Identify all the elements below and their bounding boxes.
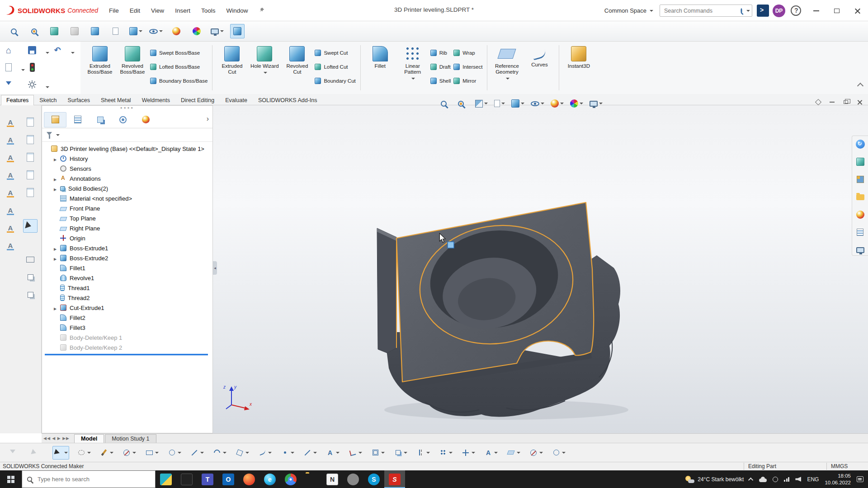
- swept-cut-button[interactable]: Swept Cut: [315, 48, 355, 58]
- expand-arrow-icon[interactable]: [54, 175, 60, 182]
- ribbon-tab[interactable]: SOLIDWORKS Add-Ins: [253, 95, 323, 105]
- expand-arrow-icon[interactable]: [54, 245, 60, 252]
- detail-view-icon[interactable]: [23, 186, 38, 199]
- paste-bodies-icon[interactable]: [23, 288, 38, 301]
- instant3d-active-icon[interactable]: [230, 24, 245, 38]
- taskbar-app-teams[interactable]: T: [197, 470, 218, 488]
- feature-tree-item[interactable]: Boss-Extrude1: [42, 243, 212, 253]
- taskbar-app-firefox[interactable]: [239, 470, 259, 488]
- polygon-tool-icon[interactable]: [234, 446, 250, 460]
- panel-expand-chevron[interactable]: ›: [207, 115, 209, 123]
- line-tool-icon[interactable]: [189, 446, 205, 460]
- custom-properties-icon[interactable]: [854, 227, 867, 238]
- convert-entities-icon[interactable]: [370, 446, 386, 460]
- save-icon[interactable]: [25, 43, 39, 57]
- volume-icon[interactable]: [795, 477, 801, 482]
- doc-restore-icon[interactable]: [844, 100, 848, 104]
- section-view-icon[interactable]: [475, 100, 488, 108]
- display-style-icon[interactable]: [531, 101, 544, 106]
- menu-item[interactable]: Insert: [170, 5, 195, 16]
- expand-arrow-icon[interactable]: [54, 155, 60, 162]
- weld-symbol-tool-icon[interactable]: A: [3, 221, 18, 235]
- move-entities-icon[interactable]: [460, 446, 476, 460]
- auxiliary-view-icon[interactable]: [23, 168, 38, 182]
- model-tab[interactable]: Model: [74, 434, 104, 443]
- text-tool-icon[interactable]: [325, 446, 340, 460]
- propertymanager-tab[interactable]: [66, 112, 89, 127]
- tab-scroll-arrows[interactable]: ◀◀ ◀ ▶ ▶▶: [43, 436, 70, 441]
- note-tool-icon[interactable]: A: [3, 115, 18, 129]
- lofted-cut-button[interactable]: Lofted Cut: [315, 62, 355, 72]
- wrap-button[interactable]: Wrap: [453, 48, 482, 58]
- taskbar-app-chrome[interactable]: [280, 470, 301, 488]
- start-button[interactable]: [0, 470, 22, 488]
- help-icon[interactable]: [791, 5, 801, 16]
- taskbar-app-notes[interactable]: N: [322, 470, 343, 488]
- draft-button[interactable]: Draft: [430, 62, 451, 72]
- intersect-button[interactable]: Intersect: [453, 62, 482, 72]
- tray-app-icon[interactable]: [773, 477, 778, 482]
- panel-splitter-handle[interactable]: ◂: [213, 261, 217, 275]
- balloon-tool-icon[interactable]: A: [3, 168, 18, 182]
- feature-tree-item[interactable]: Cut-Extrude1: [42, 303, 212, 313]
- ribbon-tab[interactable]: Surfaces: [62, 95, 95, 105]
- isometric-view-icon[interactable]: [88, 24, 102, 38]
- hidden-icons-chevron[interactable]: [748, 477, 753, 482]
- taskbar-app-edge[interactable]: e: [259, 470, 280, 488]
- menu-item[interactable]: File: [104, 5, 123, 16]
- feature-tree-item[interactable]: Thread1: [42, 283, 212, 293]
- reference-geometry-button[interactable]: Reference Geometry: [492, 44, 522, 80]
- command-search[interactable]: [660, 5, 752, 17]
- undo-icon[interactable]: ↶: [51, 43, 64, 57]
- edit-appearance-icon[interactable]: [570, 99, 583, 108]
- ribbon-tab[interactable]: Evaluate: [220, 95, 253, 105]
- menu-item[interactable]: Tools: [197, 5, 220, 16]
- offset-entities-icon[interactable]: [392, 446, 408, 460]
- solidworks-resources-icon[interactable]: [854, 139, 867, 150]
- feature-tree-item[interactable]: Fillet2: [42, 313, 212, 323]
- home-icon[interactable]: ⌂: [2, 43, 15, 57]
- active-select-tool-icon[interactable]: [23, 219, 38, 233]
- ribbon-tab[interactable]: Sheet Metal: [95, 95, 137, 105]
- zoom-area-tool-icon[interactable]: [27, 24, 41, 38]
- plane-tool-icon[interactable]: [505, 446, 521, 460]
- lasso-select-icon[interactable]: [76, 446, 92, 460]
- corner-rectangle-icon[interactable]: [144, 446, 160, 460]
- panel-grip[interactable]: ●●●●: [42, 106, 212, 111]
- mirror-button[interactable]: Mirror: [453, 76, 482, 86]
- standard-view-icon[interactable]: [23, 133, 38, 146]
- spline-tool-icon[interactable]: [257, 446, 273, 460]
- restore-button[interactable]: [826, 0, 847, 21]
- feature-tree-item[interactable]: Revolve1: [42, 273, 212, 283]
- doc-close-icon[interactable]: [857, 99, 863, 105]
- linear-sketch-pattern-icon[interactable]: [438, 446, 453, 460]
- appearances-scenes-icon[interactable]: [854, 209, 867, 220]
- select-arrow-dim-icon[interactable]: [30, 446, 46, 460]
- featuremanager-tab[interactable]: [44, 112, 66, 127]
- extruded-cut-button[interactable]: Extruded Cut: [217, 44, 247, 75]
- boundary-cut-button[interactable]: Boundary Cut: [315, 76, 355, 86]
- feature-tree-item[interactable]: Thread2: [42, 293, 212, 303]
- zoom-tool-icon[interactable]: [6, 24, 21, 38]
- displaymanager-tab[interactable]: [134, 112, 157, 127]
- options-dropdown-icon[interactable]: [40, 80, 53, 94]
- feature-tree-item[interactable]: Front Plane: [42, 203, 212, 213]
- sketch-tool-icon[interactable]: [99, 446, 114, 460]
- revolved-boss-base-button[interactable]: Revolved Boss/Base: [118, 44, 147, 75]
- ribbon-tab[interactable]: Features: [1, 95, 34, 105]
- select-tool-icon[interactable]: [52, 446, 69, 460]
- linear-pattern-button[interactable]: Linear Pattern: [398, 44, 428, 80]
- command-search-input[interactable]: [663, 7, 738, 14]
- pin-icon[interactable]: [259, 7, 265, 14]
- view-palette-icon[interactable]: [854, 174, 867, 185]
- language-indicator[interactable]: ENG: [807, 476, 819, 483]
- onedrive-cloud-icon[interactable]: [759, 479, 767, 482]
- space-selector[interactable]: Common Space: [604, 7, 653, 14]
- clock[interactable]: 18:05 10.06.2022: [825, 473, 851, 486]
- apply-scene-icon[interactable]: [590, 101, 603, 107]
- copy-bodies-icon[interactable]: [23, 270, 38, 284]
- feature-tree-item[interactable]: Right Plane: [42, 223, 212, 233]
- point-tool-icon[interactable]: [279, 446, 295, 460]
- trim-entities-icon[interactable]: [347, 446, 363, 460]
- render-colors-icon[interactable]: [189, 24, 204, 38]
